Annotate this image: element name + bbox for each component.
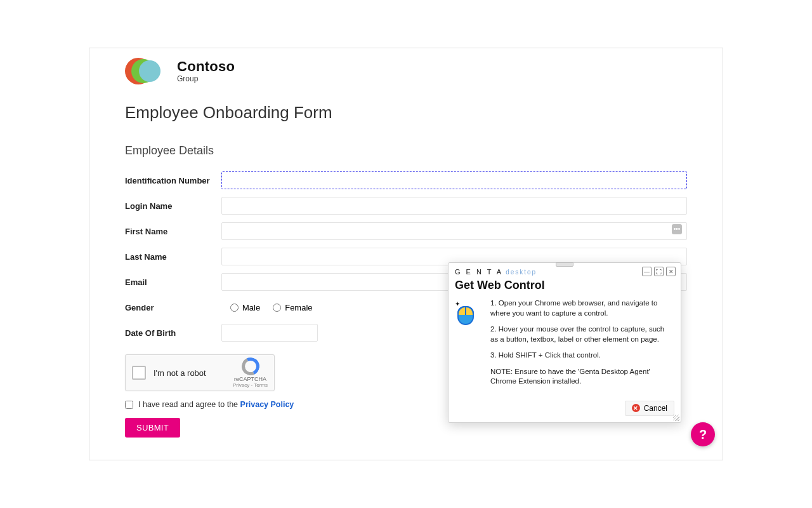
- agree-checkbox[interactable]: [125, 401, 133, 409]
- section-employee-details: Employee Details: [125, 144, 687, 157]
- input-first-name[interactable]: [221, 222, 687, 240]
- label-dob: Date Of Birth: [125, 328, 221, 338]
- label-gender: Gender: [125, 303, 221, 312]
- brand-logo-mark: [125, 57, 166, 85]
- help-fab[interactable]: ?: [691, 422, 715, 446]
- input-id-number[interactable]: [221, 171, 687, 189]
- radio-male-label: Male: [242, 303, 260, 312]
- submit-button[interactable]: SUBMIT: [125, 418, 180, 438]
- dialog-brand: G E N T Adesktop: [455, 268, 537, 276]
- autofill-icon[interactable]: •••: [672, 224, 682, 234]
- dialog-instructions: 1. Open your Chrome web browser, and nav…: [490, 298, 673, 393]
- genta-dialog: G E N T Adesktop — ⛶ ✕ Get Web Control ✦…: [448, 262, 681, 423]
- input-login-name[interactable]: [221, 197, 687, 215]
- recaptcha-widget[interactable]: I'm not a robot reCAPTCHA Privacy - Term…: [125, 354, 275, 391]
- label-login-name: Login Name: [125, 201, 221, 211]
- brand-name: Contoso: [177, 60, 235, 74]
- label-last-name: Last Name: [125, 252, 221, 262]
- radio-female[interactable]: Female: [273, 303, 312, 312]
- dialog-title: Get Web Control: [449, 277, 681, 298]
- label-email: Email: [125, 277, 221, 287]
- close-icon[interactable]: ✕: [666, 267, 676, 276]
- label-first-name: First Name: [125, 227, 221, 236]
- maximize-icon[interactable]: ⛶: [654, 267, 664, 276]
- dialog-drag-handle[interactable]: [556, 262, 573, 267]
- recaptcha-links: Privacy - Terms: [233, 383, 268, 389]
- radio-female-label: Female: [285, 303, 312, 312]
- cancel-button[interactable]: ✕ Cancel: [625, 401, 674, 416]
- brand-logo: Contoso Group: [125, 57, 687, 85]
- mouse-click-icon: ✦: [456, 301, 475, 325]
- recaptcha-checkbox[interactable]: [132, 366, 146, 380]
- minimize-icon[interactable]: —: [642, 267, 652, 276]
- resize-grip[interactable]: [673, 415, 679, 421]
- agree-text: I have read and agree to the: [138, 400, 240, 409]
- cancel-x-icon: ✕: [632, 404, 640, 412]
- page-title: Employee Onboarding Form: [125, 103, 687, 123]
- label-id-number: Identification Number: [125, 176, 221, 185]
- privacy-policy-link[interactable]: Privacy Policy: [240, 400, 294, 409]
- recaptcha-icon: [242, 358, 259, 375]
- radio-male[interactable]: Male: [230, 303, 260, 312]
- cancel-label: Cancel: [644, 404, 667, 413]
- brand-sub: Group: [177, 75, 235, 83]
- recaptcha-text: I'm not a robot: [154, 368, 233, 378]
- input-dob[interactable]: [221, 324, 318, 342]
